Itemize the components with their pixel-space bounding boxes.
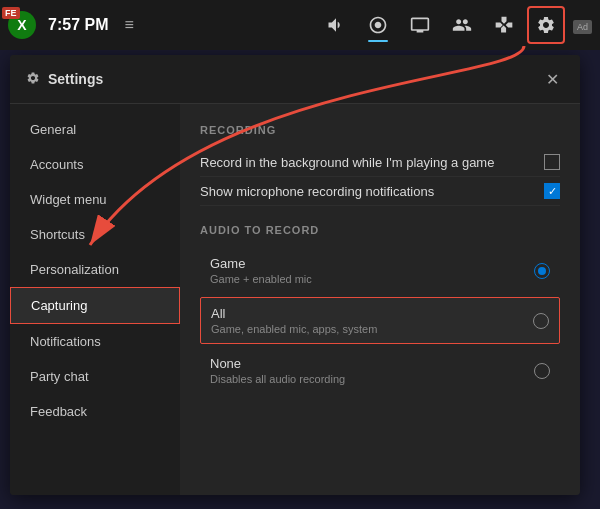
sidebar-item-accounts[interactable]: Accounts xyxy=(10,147,180,182)
taskbar: FE X 7:57 PM ≡ A xyxy=(0,0,600,50)
recording-checkbox-1[interactable] xyxy=(544,154,560,170)
settings-sidebar: General Accounts Widget menu Shortcuts P… xyxy=(10,104,180,495)
sidebar-item-party-chat[interactable]: Party chat xyxy=(10,359,180,394)
capture-icon[interactable] xyxy=(359,6,397,44)
audio-label-game: Game xyxy=(210,256,312,271)
volume-icon[interactable] xyxy=(317,6,355,44)
people-icon[interactable] xyxy=(443,6,481,44)
display-icon[interactable] xyxy=(401,6,439,44)
controller-icon[interactable] xyxy=(485,6,523,44)
audio-option-none[interactable]: None Disables all audio recording xyxy=(200,348,560,393)
audio-radio-none[interactable] xyxy=(534,363,550,379)
settings-modal: Settings ✕ General Accounts Widget menu … xyxy=(10,55,580,495)
recording-row-2[interactable]: Show microphone recording notifications xyxy=(200,177,560,206)
audio-radio-game[interactable] xyxy=(534,263,550,279)
audio-radio-all[interactable] xyxy=(533,313,549,329)
sidebar-item-notifications[interactable]: Notifications xyxy=(10,324,180,359)
audio-heading: AUDIO TO RECORD xyxy=(200,224,560,236)
recording-label-2: Show microphone recording notifications xyxy=(200,184,434,199)
audio-sublabel-game: Game + enabled mic xyxy=(210,273,312,285)
content-area: RECORDING Record in the background while… xyxy=(180,104,580,495)
audio-option-game[interactable]: Game Game + enabled mic xyxy=(200,248,560,293)
sidebar-item-general[interactable]: General xyxy=(10,112,180,147)
sidebar-item-personalization[interactable]: Personalization xyxy=(10,252,180,287)
modal-body: General Accounts Widget menu Shortcuts P… xyxy=(10,104,580,495)
taskbar-time: 7:57 PM xyxy=(48,16,108,34)
audio-sublabel-none: Disables all audio recording xyxy=(210,373,345,385)
recording-row-1[interactable]: Record in the background while I'm playi… xyxy=(200,148,560,177)
sidebar-item-feedback[interactable]: Feedback xyxy=(10,394,180,429)
taskbar-left: X 7:57 PM ≡ xyxy=(8,11,134,39)
wordpress-badge: Ad xyxy=(573,16,592,34)
recording-section: RECORDING Record in the background while… xyxy=(200,124,560,206)
recording-heading: RECORDING xyxy=(200,124,560,136)
recording-checkbox-2[interactable] xyxy=(544,183,560,199)
sidebar-item-shortcuts[interactable]: Shortcuts xyxy=(10,217,180,252)
fe-badge: FE xyxy=(2,2,20,20)
sidebar-item-capturing[interactable]: Capturing xyxy=(10,287,180,324)
hamburger-menu-icon[interactable]: ≡ xyxy=(124,16,133,34)
audio-sublabel-all: Game, enabled mic, apps, system xyxy=(211,323,377,335)
audio-option-all[interactable]: All Game, enabled mic, apps, system xyxy=(200,297,560,344)
sidebar-item-widget-menu[interactable]: Widget menu xyxy=(10,182,180,217)
taskbar-icons: Ad xyxy=(317,6,592,44)
modal-header: Settings ✕ xyxy=(10,55,580,104)
modal-title: Settings xyxy=(48,71,103,87)
audio-section: AUDIO TO RECORD Game Game + enabled mic xyxy=(200,224,560,393)
close-button[interactable]: ✕ xyxy=(540,67,564,91)
header-gear-icon xyxy=(26,71,40,88)
recording-label-1: Record in the background while I'm playi… xyxy=(200,155,494,170)
audio-label-none: None xyxy=(210,356,345,371)
settings-gear-icon[interactable] xyxy=(527,6,565,44)
audio-label-all: All xyxy=(211,306,377,321)
